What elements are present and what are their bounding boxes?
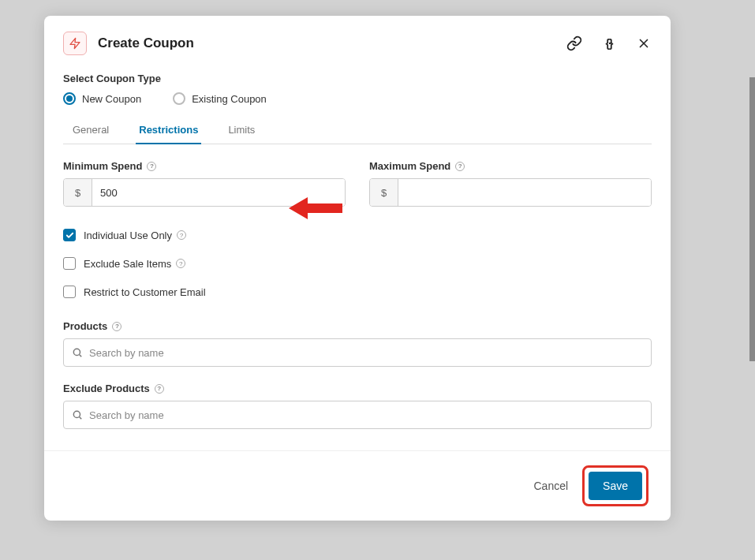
header-right: {•••}	[566, 35, 652, 51]
tab-general[interactable]: General	[69, 118, 112, 144]
help-icon[interactable]: ?	[155, 384, 164, 394]
help-icon[interactable]: ?	[177, 230, 186, 240]
code-braces-icon[interactable]: {•••}	[601, 35, 617, 51]
currency-prefix: $	[370, 179, 398, 206]
radio-existing-coupon[interactable]: Existing Coupon	[173, 92, 267, 105]
individual-use-row: Individual Use Only ?	[63, 229, 652, 241]
help-icon[interactable]: ?	[112, 322, 121, 331]
scrollbar[interactable]	[749, 77, 755, 361]
modal-header: Create Coupon {•••}	[44, 16, 671, 63]
svg-point-5	[73, 411, 80, 417]
cancel-button[interactable]: Cancel	[533, 480, 568, 492]
svg-marker-0	[70, 38, 80, 48]
help-icon[interactable]: ?	[147, 162, 156, 171]
create-coupon-modal: Create Coupon {•••} Select Coupon Type N…	[44, 16, 671, 521]
exclude-products-search-group	[63, 401, 652, 429]
search-icon	[72, 347, 83, 358]
svg-line-4	[80, 355, 82, 357]
radio-indicator	[173, 92, 185, 105]
products-search-group	[63, 338, 652, 367]
modal-body: Select Coupon Type New Coupon Existing C…	[44, 63, 671, 450]
close-icon[interactable]	[636, 35, 652, 51]
radio-label: New Coupon	[82, 93, 141, 105]
maximum-spend-field: Maximum Spend ? $	[369, 160, 652, 207]
tabs: General Restrictions Limits	[63, 118, 652, 144]
app-icon	[63, 32, 87, 55]
individual-use-checkbox[interactable]	[63, 229, 76, 241]
minimum-spend-input-group: $	[63, 178, 346, 207]
svg-line-6	[80, 417, 82, 420]
minimum-spend-input[interactable]	[92, 179, 345, 206]
restrict-email-label: Restrict to Customer Email	[84, 286, 206, 298]
maximum-spend-input-group: $	[369, 178, 652, 207]
exclude-sale-row: Exclude Sale Items ?	[63, 257, 652, 270]
radio-indicator	[63, 92, 76, 105]
coupon-type-label: Select Coupon Type	[63, 73, 652, 84]
svg-point-3	[73, 349, 80, 355]
form-restrictions: Minimum Spend ? $ Maximum Spend ? $	[63, 144, 652, 450]
individual-use-label: Individual Use Only	[84, 230, 172, 241]
exclude-sale-label: Exclude Sale Items	[84, 258, 171, 270]
save-button-highlight: Save	[582, 465, 648, 506]
radio-new-coupon[interactable]: New Coupon	[63, 92, 141, 105]
restrict-email-row: Restrict to Customer Email	[63, 286, 652, 298]
radio-label: Existing Coupon	[192, 93, 267, 105]
minimum-spend-field: Minimum Spend ? $	[63, 160, 346, 207]
tab-limits[interactable]: Limits	[225, 118, 258, 144]
help-icon[interactable]: ?	[176, 259, 185, 268]
coupon-type-radio-group: New Coupon Existing Coupon	[63, 92, 652, 105]
products-label: Products	[63, 320, 107, 332]
maximum-spend-label: Maximum Spend	[369, 160, 450, 172]
header-left: Create Coupon	[63, 32, 194, 55]
link-icon[interactable]	[566, 35, 582, 51]
currency-prefix: $	[64, 179, 92, 206]
save-button[interactable]: Save	[589, 472, 642, 500]
modal-title: Create Coupon	[98, 35, 194, 51]
exclude-products-search-input[interactable]	[89, 409, 643, 421]
products-search-input[interactable]	[89, 347, 643, 359]
exclude-products-label: Exclude Products	[63, 383, 150, 394]
search-icon	[72, 409, 83, 420]
maximum-spend-input[interactable]	[398, 179, 651, 206]
restrict-email-checkbox[interactable]	[63, 286, 76, 298]
tab-restrictions[interactable]: Restrictions	[136, 118, 201, 144]
modal-footer: Cancel Save	[44, 450, 671, 521]
exclude-sale-checkbox[interactable]	[63, 257, 76, 270]
minimum-spend-label: Minimum Spend	[63, 160, 142, 172]
help-icon[interactable]: ?	[455, 162, 465, 171]
